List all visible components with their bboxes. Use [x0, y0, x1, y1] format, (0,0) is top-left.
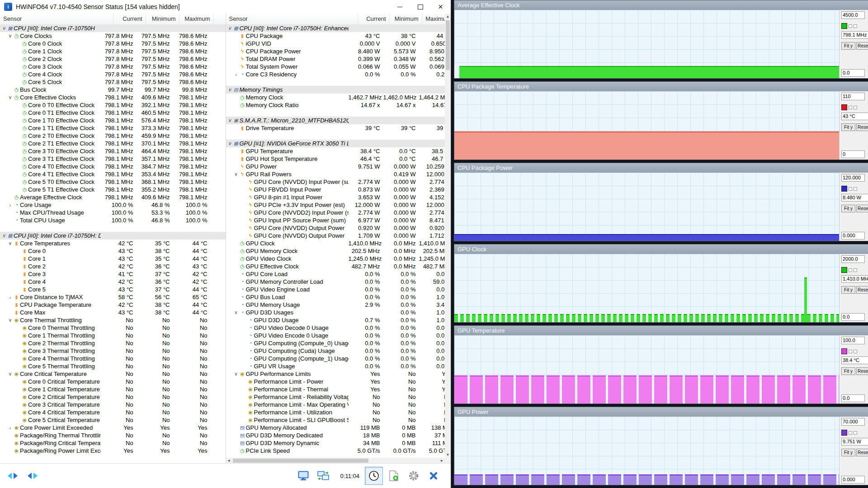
scale-min-input[interactable]: 0.0 — [841, 69, 865, 77]
sensor-group-row[interactable]: ∨▦CPU [#0]: Intel Core i7-10750H: DTS — [0, 232, 226, 239]
scale-max-input[interactable]: 110 — [841, 93, 865, 100]
scroll-right-icon[interactable]: ► — [439, 459, 445, 463]
reset-button[interactable]: Reset — [856, 123, 868, 131]
scroll-up-icon[interactable]: ▲ — [445, 14, 451, 19]
sensor-row[interactable]: ▮Core 442 °C36 °C42 °C — [0, 278, 226, 286]
sensor-row[interactable]: ◷Core 0 Clock797.8 MHz797.5 MHz798.6 MHz — [0, 40, 226, 47]
sensor-row[interactable]: ◷Core 1 T1 Effective Clock798.1 MHz373.3… — [0, 124, 226, 132]
sensor-row[interactable]: ◉Core 0 Critical TemperatureNoNoNo — [0, 378, 226, 385]
sensor-row[interactable]: ∨ϟGPU Rail Powers0.419 W12.000 W — [226, 170, 451, 178]
scale-min-input[interactable]: 0.000 — [841, 476, 865, 483]
sensor-row[interactable]: ◉Core 3 Critical TemperatureNoNoNo — [0, 401, 226, 408]
sensor-row[interactable]: ◷Core 5 T0 Effective Clock798.1 MHz368.1… — [0, 178, 226, 186]
column-header-minimum[interactable]: Minimum — [390, 14, 422, 24]
sensor-row[interactable]: ◷GPU Memory Clock202.5 MHz0.0 MHz202.5 M… — [226, 247, 451, 255]
sensor-row[interactable]: ϟGPU Input PP Source Power (sum)6.977 W0… — [226, 216, 451, 224]
fit-y-button[interactable]: Fit y — [841, 42, 855, 50]
chevron-down-icon[interactable]: ∨ — [7, 94, 13, 100]
series-option-box[interactable] — [854, 24, 857, 28]
sensor-row[interactable]: ϟGPU FBVDD Input Power0.873 W0.000 W2.36… — [226, 186, 451, 193]
fit-y-button[interactable]: Fit y — [841, 367, 855, 375]
close-sensors-button[interactable] — [425, 467, 443, 485]
sensor-row[interactable]: ◷Core 0 T1 Effective Clock798.1 MHz460.5… — [0, 109, 226, 117]
series-option-box[interactable] — [849, 268, 852, 272]
chevron-down-icon[interactable]: ∨ — [7, 33, 13, 39]
sensor-row[interactable]: ◷GPU Clock1,410.0 MHz0.0 MHz1,410.0 MHz — [226, 239, 451, 247]
sensor-row[interactable]: ◷Core 4 T1 Effective Clock798.1 MHz353.4… — [0, 170, 226, 178]
sensor-row[interactable]: ▤GPU D3D Memory Dynamic34 MB0 MB111 MB — [226, 439, 451, 447]
window-titlebar[interactable]: i HWiNFO64 v7.10-4540 Sensor Status [154… — [0, 0, 451, 14]
series-option-box[interactable] — [849, 187, 852, 191]
sensor-row[interactable]: ϟGPU Core (NVVDD) Input Power (sum)2.774… — [226, 178, 451, 186]
sensor-row[interactable]: ϟGPU Core (NVVDD) Output Power1.709 W0.0… — [226, 232, 451, 239]
chevron-right-icon[interactable]: › — [7, 202, 13, 208]
sensor-row[interactable]: ◷Core 1 Clock797.8 MHz797.5 MHz798.6 MHz — [0, 47, 226, 55]
summary-button[interactable] — [294, 467, 312, 485]
scale-max-input[interactable]: 100.0 — [841, 337, 865, 344]
scale-max-input[interactable]: 120.000 — [841, 174, 865, 182]
sensor-row[interactable]: ◔GPU Video Encode 0 Usage0.0 %0.0 %0.0 % — [226, 332, 451, 339]
sensor-row[interactable]: ▮CPU Package43 °C38 °C44 °C — [226, 32, 451, 40]
series-color-swatch[interactable] — [841, 430, 847, 436]
chevron-right-icon[interactable]: › — [7, 295, 13, 300]
graph-title[interactable]: CPU Package Power — [454, 163, 868, 173]
series-option-box[interactable] — [849, 24, 852, 28]
chevron-down-icon[interactable]: ∨ — [7, 317, 13, 323]
series-option-box[interactable] — [854, 106, 857, 109]
sensors-button[interactable] — [314, 467, 332, 485]
chevron-down-icon[interactable]: ∨ — [227, 25, 233, 31]
clock-button[interactable] — [365, 467, 383, 485]
sensor-row[interactable]: ϟGPU Power9.751 W0.000 W10.259 W — [226, 163, 451, 170]
scale-max-input[interactable]: 2000.0 — [841, 255, 865, 263]
sensor-row[interactable]: ∨◉GPU Performance LimitsYesNoYes — [226, 370, 451, 378]
sensor-row[interactable]: ∨◔GPU D3D Usages0.0 %1.0 % — [226, 309, 451, 316]
chevron-down-icon[interactable]: ∨ — [233, 371, 239, 377]
sensor-row[interactable]: ◉Core 2 Critical TemperatureNoNoNo — [0, 393, 226, 401]
column-header-current[interactable]: Current — [358, 14, 390, 24]
series-option-box[interactable] — [849, 431, 852, 435]
history-back-button[interactable] — [4, 467, 22, 485]
column-header-current[interactable]: Current — [113, 14, 146, 24]
sensor-row[interactable]: ◉Core 1 Thermal ThrottlingNoNoNo — [0, 332, 226, 339]
sensor-row[interactable]: ▮GPU Temperature38.4 °C0.0 °C38.5 °C — [226, 147, 451, 155]
series-option-box[interactable] — [854, 431, 857, 435]
chevron-down-icon[interactable]: ∨ — [233, 171, 239, 177]
sensor-row[interactable]: ▮Drive Temperature39 °C39 °C39 °C — [226, 124, 451, 132]
series-color-swatch[interactable] — [841, 267, 847, 273]
scale-max-input[interactable]: 4500.0 — [841, 11, 865, 19]
sensor-row[interactable]: ϟGPU Core (NVVDD) Output Power0.920 W0.0… — [226, 224, 451, 232]
sensor-row[interactable]: ◷Memory Clock1,462.7 MHz1,462.0 MHz1,464… — [226, 94, 451, 101]
scroll-down-icon[interactable]: ▼ — [445, 452, 451, 458]
chevron-down-icon[interactable]: ∨ — [233, 310, 239, 315]
sensor-row[interactable]: ◉Core 4 Thermal ThrottlingNoNoNo — [0, 355, 226, 362]
chevron-down-icon[interactable]: ∨ — [1, 233, 7, 239]
scale-min-input[interactable]: 0.0 — [841, 313, 865, 321]
sensor-group-row[interactable]: ∨▣S.M.A.R.T.: Micron_2210_MTFDHBA512QFD.… — [226, 117, 451, 124]
sensor-row[interactable]: ◉Core 2 Thermal ThrottlingNoNoNo — [0, 339, 226, 347]
series-color-swatch[interactable] — [841, 348, 847, 354]
column-header-sensor[interactable]: Sensor — [226, 14, 358, 24]
sensor-row[interactable]: ▮Core 242 °C36 °C43 °C — [0, 263, 226, 270]
series-option-box[interactable] — [854, 187, 857, 191]
sensor-row[interactable]: ◷Bus Clock99.7 MHz99.7 MHz99.8 MHz — [0, 86, 226, 94]
sensor-row[interactable]: ›◔Core C3 Residency0.0 %0.0 %0.2 % — [226, 70, 451, 78]
reset-button[interactable]: Reset — [856, 286, 868, 294]
sensor-group-row[interactable]: ∨▤Memory Timings — [226, 86, 451, 94]
sensor-row[interactable]: ▤GPU D3D Memory Dedicated18 MB0 MB37 MB — [226, 432, 451, 439]
settings-button[interactable] — [405, 467, 423, 485]
sensor-row[interactable]: ◔GPU Computing (Cuda) Usage0.0 %0.0 %0.0… — [226, 347, 451, 355]
sensor-row[interactable]: ◷Core 2 Clock797.8 MHz797.5 MHz798.6 MHz — [0, 55, 226, 63]
series-option-box[interactable] — [849, 106, 852, 109]
chevron-down-icon[interactable]: ∨ — [227, 141, 233, 146]
sensor-row[interactable]: ◷Core 5 T1 Effective Clock798.1 MHz355.2… — [0, 186, 226, 193]
sensor-row[interactable]: ◔GPU Computing (Compute_1) Usage0.0 %0.0… — [226, 355, 451, 362]
column-header-minimum[interactable]: Minimum — [146, 14, 179, 24]
sensor-row[interactable]: ◉Core 5 Critical TemperatureNoNoNo — [0, 416, 226, 424]
graph-title[interactable]: GPU Temperature — [454, 326, 868, 335]
sensor-row[interactable]: ◷PCIe Link Speed5.0 GT/s0.0 GT/s5.0 GT/s — [226, 447, 451, 455]
sensor-row[interactable]: ◷Core 5 Clock797.8 MHz797.5 MHz798.6 MHz — [0, 78, 226, 86]
sensor-row[interactable]: ϟTotal DRAM Power0.399 W0.348 W0.562 W — [226, 55, 451, 63]
sensor-group-row[interactable]: ∨▦CPU [#0]: Intel Core i7-10750H — [0, 24, 226, 32]
close-button[interactable]: × — [430, 0, 451, 14]
sensor-row[interactable]: ◔GPU Core Load0.0 %0.0 %0.0 % — [226, 270, 451, 278]
